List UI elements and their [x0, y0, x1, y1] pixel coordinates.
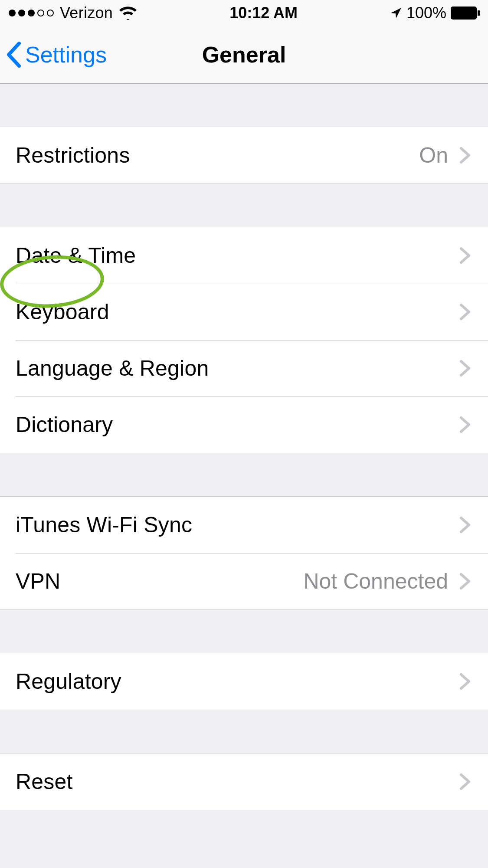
- chevron-right-icon: [459, 147, 471, 164]
- section-gap: [0, 84, 488, 127]
- restrictions-row[interactable]: RestrictionsOn: [0, 127, 488, 183]
- section-gap: [0, 610, 488, 653]
- chevron-left-icon: [6, 42, 22, 68]
- battery-icon: [451, 7, 480, 20]
- section-gap: [0, 184, 488, 227]
- regulatory-row[interactable]: Regulatory: [0, 653, 488, 710]
- row-label: Dictionary: [16, 412, 459, 437]
- chevron-right-icon: [459, 416, 471, 433]
- chevron-right-icon: [459, 303, 471, 321]
- dictionary-row[interactable]: Dictionary: [0, 396, 488, 453]
- language-region-row[interactable]: Language & Region: [0, 340, 488, 396]
- section-gap: [0, 453, 488, 496]
- settings-group: Date & TimeKeyboardLanguage & RegionDict…: [0, 227, 488, 453]
- row-label: Language & Region: [16, 356, 459, 381]
- signal-strength-icon: [9, 10, 54, 16]
- wifi-icon: [119, 6, 137, 20]
- settings-group: RestrictionsOn: [0, 127, 488, 184]
- status-right: 100%: [390, 4, 480, 22]
- row-label: Reset: [16, 769, 459, 794]
- vpn-row[interactable]: VPNNot Connected: [0, 553, 488, 609]
- chevron-right-icon: [459, 673, 471, 690]
- itunes-wifi-sync-row[interactable]: iTunes Wi-Fi Sync: [0, 497, 488, 553]
- row-label: Date & Time: [16, 243, 459, 268]
- row-label: iTunes Wi-Fi Sync: [16, 512, 459, 537]
- chevron-right-icon: [459, 573, 471, 590]
- reset-row[interactable]: Reset: [0, 753, 488, 810]
- row-label: Keyboard: [16, 299, 459, 324]
- carrier-label: Verizon: [60, 4, 113, 22]
- battery-percent: 100%: [406, 4, 446, 22]
- chevron-right-icon: [459, 773, 471, 790]
- status-left: Verizon: [9, 4, 137, 22]
- section-gap: [0, 710, 488, 753]
- settings-group: iTunes Wi-Fi SyncVPNNot Connected: [0, 496, 488, 610]
- settings-group: Reset: [0, 753, 488, 810]
- back-label: Settings: [25, 42, 107, 68]
- chevron-right-icon: [459, 247, 471, 264]
- chevron-right-icon: [459, 516, 471, 534]
- row-value: Not Connected: [303, 569, 448, 594]
- row-label: Restrictions: [16, 143, 419, 168]
- date-time-row[interactable]: Date & Time: [0, 227, 488, 284]
- row-label: VPN: [16, 569, 303, 594]
- status-time: 10:12 AM: [229, 4, 298, 22]
- chevron-right-icon: [459, 360, 471, 377]
- keyboard-row[interactable]: Keyboard: [0, 284, 488, 340]
- row-label: Regulatory: [16, 669, 459, 694]
- nav-bar: Settings General: [0, 26, 488, 84]
- status-bar: Verizon 10:12 AM 100%: [0, 0, 488, 26]
- location-icon: [390, 7, 402, 19]
- settings-group: Regulatory: [0, 653, 488, 710]
- row-value: On: [419, 143, 448, 168]
- back-button[interactable]: Settings: [6, 26, 107, 83]
